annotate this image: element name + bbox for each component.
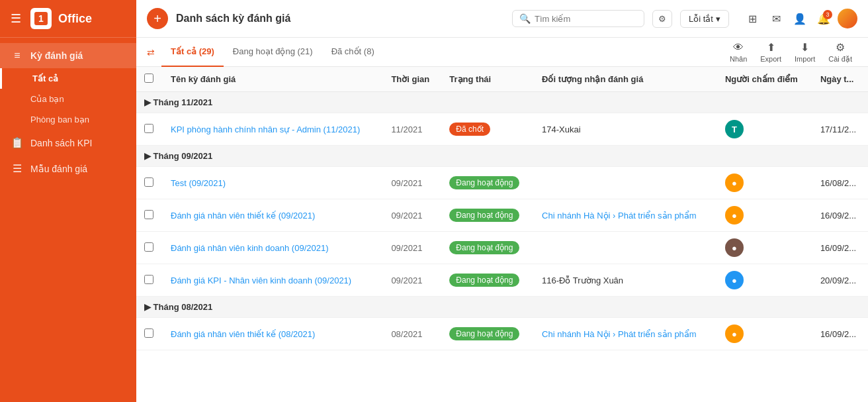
settings-label: Cài đặt — [828, 55, 852, 64]
row-scorer-cell: ● — [717, 199, 812, 232]
nhan-label: Nhân — [730, 55, 747, 63]
status-badge: Đã chốt — [449, 123, 490, 136]
row-checkbox[interactable] — [144, 177, 153, 187]
subitem-label: Tất cả — [32, 74, 58, 83]
export-label: Export — [760, 55, 781, 63]
row-name-cell: Đánh giá KPI - Nhân viên kinh doanh (09/… — [163, 264, 383, 297]
apps-button[interactable]: ⊞ — [742, 9, 762, 28]
row-status-cell: Đang hoạt động — [441, 199, 534, 232]
row-checkbox-cell — [136, 264, 163, 297]
row-status-cell: Đang hoạt động — [441, 264, 534, 297]
scorer-avatar: ● — [725, 325, 744, 343]
page-title: Danh sách kỳ đánh giá — [176, 13, 504, 25]
row-date-cell: 16/09/2... — [812, 318, 868, 350]
col-scorer: Người chấm điểm — [717, 67, 812, 92]
user-avatar[interactable] — [838, 9, 857, 28]
target-link[interactable]: Chi nhánh Hà Nội › Phát triển sản phẩm — [542, 329, 697, 339]
sidebar-item-label: Danh sách KPI — [30, 138, 92, 148]
row-status-cell: Đang hoạt động — [441, 167, 534, 199]
row-checkbox[interactable] — [144, 124, 153, 133]
nhan-icon: 👁 — [733, 42, 744, 54]
row-status-cell: Đang hoạt động — [441, 232, 534, 264]
row-name-link[interactable]: Đánh giá KPI - Nhân viên kinh doanh (09/… — [171, 276, 351, 285]
status-badge: Đang hoạt động — [449, 327, 519, 340]
col-target: Đối tượng nhận đánh giá — [534, 67, 717, 92]
tab-dang-hoat-dong[interactable]: Đang hoạt động (21) — [224, 38, 322, 67]
import-icon: ⬇ — [801, 41, 809, 54]
row-time-cell: 09/2021 — [383, 232, 441, 264]
add-button[interactable]: + — [147, 8, 168, 29]
logo-inner — [34, 12, 48, 25]
month-toggle[interactable]: ▶ Tháng 09/2021 — [144, 151, 212, 161]
filter-button[interactable]: ⚙ — [652, 10, 672, 28]
row-checkbox[interactable] — [144, 210, 153, 219]
apps-icon: ⊞ — [748, 13, 757, 25]
row-checkbox[interactable] — [144, 242, 153, 252]
messages-button[interactable]: ✉ — [766, 9, 786, 28]
chevron-down-icon: ▾ — [716, 14, 720, 24]
row-status-cell: Đang hoạt động — [441, 318, 534, 350]
select-all-checkbox[interactable] — [144, 74, 153, 83]
messages-icon: ✉ — [772, 13, 781, 25]
topbar-icons: ⊞ ✉ 👤 🔔 3 — [742, 9, 857, 28]
row-scorer-cell: T — [717, 113, 812, 146]
sidebar-nav: ≡ Kỳ đánh giá Tất cả Của bạn Phòng ban b… — [0, 38, 136, 402]
sidebar: ☰ Office ≡ Kỳ đánh giá Tất cả Của bạn Ph… — [0, 0, 136, 402]
tab-tat-ca[interactable]: Tất cả (29) — [161, 38, 224, 67]
error-toggle-button[interactable]: Lỗi tắt ▾ — [680, 10, 729, 28]
row-target-cell: Chi nhánh Hà Nội › Phát triển sản phẩm — [534, 199, 717, 232]
row-checkbox[interactable] — [144, 328, 153, 338]
scorer-avatar: ● — [725, 271, 744, 289]
col-time: Thời gian — [383, 67, 441, 92]
row-time-cell: 09/2021 — [383, 264, 441, 297]
sidebar-subitem-tat-ca[interactable]: Tất cả — [0, 68, 136, 89]
col-name: Tên kỳ đánh giá — [163, 67, 383, 92]
row-checkbox[interactable] — [144, 275, 153, 284]
sidebar-title: Office — [58, 12, 92, 26]
scorer-avatar: ● — [725, 206, 744, 225]
row-name-link[interactable]: Đánh giá nhân viên thiết kế (09/2021) — [171, 211, 315, 221]
month-toggle[interactable]: ▶ Tháng 11/2021 — [144, 97, 212, 107]
month-group-row: ▶ Tháng 11/2021 — [136, 92, 868, 113]
search-input[interactable] — [535, 14, 637, 24]
import-button[interactable]: ⬇ Import — [789, 38, 820, 66]
sidebar-subitem-phong-ban[interactable]: Phòng ban bạn — [0, 109, 136, 130]
tab-da-chot[interactable]: Đã chốt (8) — [322, 38, 384, 67]
row-name-link[interactable]: KPI phòng hành chính nhân sự - Admin (11… — [171, 125, 360, 134]
row-target-cell: 116-Đỗ Trường Xuân — [534, 264, 717, 297]
settings-button[interactable]: ⚙ Cài đặt — [823, 38, 857, 66]
month-toggle[interactable]: ▶ Tháng 08/2021 — [144, 302, 212, 312]
row-name-link[interactable]: Đánh giá nhân viên thiết kế (08/2021) — [171, 329, 315, 339]
row-target-cell — [534, 167, 717, 199]
table-row: KPI phòng hành chính nhân sự - Admin (11… — [136, 113, 868, 146]
notifications-button[interactable]: 🔔 3 — [814, 9, 834, 28]
sidebar-item-danh-sach-kpi[interactable]: 📋 Danh sách KPI — [0, 130, 136, 156]
scorer-avatar: ● — [725, 174, 744, 192]
table-row: Test (09/2021) 09/2021 Đang hoạt động ● … — [136, 167, 868, 199]
row-name-cell: KPI phòng hành chính nhân sự - Admin (11… — [163, 113, 383, 146]
row-name-cell: Đánh giá nhân viên thiết kế (09/2021) — [163, 199, 383, 232]
scorer-avatar: ● — [725, 238, 744, 257]
template-icon: ☰ — [11, 162, 24, 175]
scorer-avatar: T — [725, 120, 744, 138]
row-status-cell: Đã chốt — [441, 113, 534, 146]
add-user-button[interactable]: 👤 — [790, 9, 810, 28]
sidebar-subitem-cua-ban[interactable]: Của bạn — [0, 89, 136, 109]
row-scorer-cell: ● — [717, 232, 812, 264]
search-box: 🔍 — [512, 10, 644, 27]
row-date-cell: 17/11/2... — [812, 113, 868, 146]
sidebar-item-ky-danh-gia[interactable]: ≡ Kỳ đánh giá — [0, 43, 136, 68]
row-name-link[interactable]: Đánh giá nhân viên kinh doanh (09/2021) — [171, 243, 329, 253]
table-row: Đánh giá nhân viên thiết kế (08/2021) 08… — [136, 318, 868, 350]
export-button[interactable]: ⬆ Export — [755, 38, 787, 66]
target-link[interactable]: Chi nhánh Hà Nội › Phát triển sản phẩm — [542, 211, 697, 221]
row-name-link[interactable]: Test (09/2021) — [171, 178, 226, 188]
row-date-cell: 16/08/2... — [812, 167, 868, 199]
tabs-filter-icon: ⇄ — [147, 47, 155, 58]
table-row: Đánh giá KPI - Nhân viên kinh doanh (09/… — [136, 264, 868, 297]
sidebar-item-mau-danh-gia[interactable]: ☰ Mẫu đánh giá — [0, 156, 136, 181]
hamburger-icon[interactable]: ☰ — [11, 11, 21, 26]
nhan-button[interactable]: 👁 Nhân — [724, 39, 752, 66]
row-date-cell: 16/09/2... — [812, 199, 868, 232]
sidebar-item-label: Kỳ đánh giá — [30, 50, 83, 61]
